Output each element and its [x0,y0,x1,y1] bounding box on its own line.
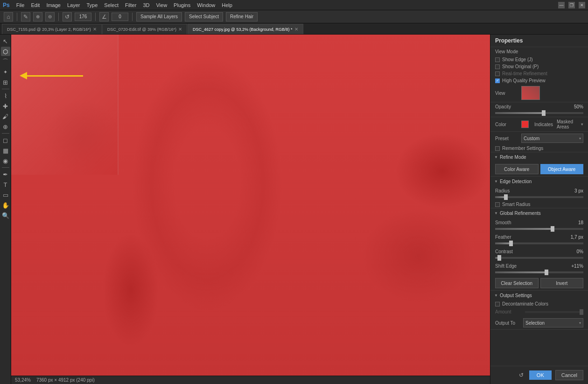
preset-dropdown[interactable]: Custom ▾ [521,134,583,143]
text-tool[interactable]: T [1,180,10,189]
color-swatch[interactable] [521,121,529,128]
refine-hair-button[interactable]: Refine Hair [226,12,258,21]
global-refinements-title[interactable]: ▼ Global Refinements [490,208,588,218]
canvas-area[interactable]: 53,24% 7360 px × 4912 px (240 ppi) [11,35,490,384]
brush-tool[interactable]: 🖌 [1,112,10,121]
smooth-thumb[interactable] [551,226,554,232]
decontaminate-row: Decontaminate Colors [490,300,588,307]
view-preview-thumbnail[interactable] [521,86,540,100]
ps-logo[interactable]: Ps [3,2,10,8]
tool-home-icon[interactable]: ⌂ [4,12,13,21]
tab-2[interactable]: DSC_4627 copy.jpg @ 53,2% (Background, R… [188,24,303,34]
feather-thumb[interactable] [509,241,513,246]
magic-wand-tool[interactable]: ✦ [1,67,10,77]
feather-slider[interactable] [495,242,583,244]
hand-tool[interactable]: ✋ [1,200,10,210]
rotation-input[interactable]: 176 [75,13,91,21]
show-edge-checkbox[interactable] [495,57,500,62]
radius-thumb[interactable] [504,194,508,200]
decontaminate-checkbox[interactable] [495,302,500,306]
reset-button[interactable]: ↺ [517,371,525,379]
gradient-tool[interactable]: ▦ [1,146,10,155]
menu-edit[interactable]: Edit [31,2,40,8]
output-settings-title[interactable]: ▼ Output Settings [490,291,588,300]
angle-input[interactable]: 0 [112,13,128,21]
eraser-tool[interactable]: ◻ [1,135,10,145]
healing-tool[interactable]: ✚ [1,101,10,111]
opacity-thumb[interactable] [542,110,546,116]
stamp-tool[interactable]: ⊕ [1,122,10,131]
opacity-slider[interactable] [495,112,583,114]
menu-window[interactable]: Window [197,2,215,8]
object-aware-button[interactable]: Object Aware [540,164,584,174]
smooth-slider[interactable] [495,228,583,230]
tab-2-label: DSC_4627 copy.jpg @ 53,2% (Background, R… [193,27,293,32]
angle-icon[interactable]: ∠ [99,12,109,21]
menu-file[interactable]: File [16,2,25,8]
minimize-button[interactable]: — [558,2,565,8]
preset-label: Preset [495,136,518,141]
person-area [109,49,305,371]
blur-tool[interactable]: ◉ [1,156,10,165]
tab-1[interactable]: DSC_0720-Edit.tif @ 39% (RGB/16*) ✕ [102,24,187,34]
restore-button[interactable]: ❐ [568,2,575,8]
view-mode-section: View Mode Show Edge (J) Show Original (P… [490,47,588,102]
refine-mode-title[interactable]: ▼ Refine Mode [490,152,588,162]
tab-1-close[interactable]: ✕ [178,27,182,32]
select-subject-button[interactable]: Select Subject [185,12,223,21]
zoom-tool[interactable]: 🔍 [1,211,10,220]
selection-tool[interactable]: ⬡ [1,47,10,56]
tool-sep1 [2,89,9,89]
contrast-thumb[interactable] [497,255,501,261]
shift-edge-slider[interactable] [495,271,583,273]
edge-detection-label: Edge Detection [500,179,532,184]
output-settings-arrow: ▼ [494,293,498,298]
menu-type[interactable]: Type [87,2,98,8]
menu-filter[interactable]: Filter [125,2,136,8]
ok-button[interactable]: OK [529,370,552,380]
menu-help[interactable]: Help [222,2,232,8]
eyedropper-tool[interactable]: ⌇ [1,91,10,100]
cancel-button[interactable]: Cancel [555,370,583,380]
output-to-dropdown[interactable]: Selection ▾ [523,318,583,327]
tool-minus-icon[interactable]: ⊖ [45,12,55,21]
clear-selection-button[interactable]: Clear Selection [495,278,539,288]
tab-2-close[interactable]: ✕ [294,27,298,32]
crop-tool[interactable]: ⊞ [1,78,10,87]
remember-checkbox[interactable] [495,146,500,151]
shift-edge-slider-row [490,270,588,276]
pen-tool[interactable]: ✒ [1,170,10,179]
rotation-icon[interactable]: ↺ [63,12,72,21]
tool-plus-icon[interactable]: ⊕ [33,12,42,21]
edge-detection-title[interactable]: ▼ Edge Detection [490,177,588,186]
opacity-value: 50% [574,104,583,109]
output-settings-section: ▼ Output Settings Decontaminate Colors A… [490,291,588,330]
sample-all-layers-button[interactable]: Sample All Layers [136,12,182,21]
color-aware-button[interactable]: Color Aware [495,164,539,174]
menu-3d[interactable]: 3D [143,2,149,8]
tab-0-close[interactable]: ✕ [93,27,97,32]
close-button[interactable]: ✕ [579,2,585,8]
menu-layer[interactable]: Layer [67,2,80,8]
lasso-tool[interactable]: ⌒ [1,57,10,66]
radius-slider-row [490,195,588,201]
tab-1-label: DSC_0720-Edit.tif @ 39% (RGB/16*) [107,27,176,32]
radius-slider[interactable] [495,196,583,198]
opacity-section: Opacity 50% [490,102,588,117]
tab-0[interactable]: DSC_7155.psd @ 20,3% (Layer 2, RGB/16*) … [2,24,102,34]
realtime-checkbox[interactable] [495,71,500,76]
move-tool[interactable]: ↖ [1,36,10,46]
shift-edge-thumb[interactable] [545,270,548,275]
invert-button[interactable]: Invert [540,278,584,288]
menu-image[interactable]: Image [46,2,61,8]
menu-select[interactable]: Select [104,2,119,8]
smart-radius-checkbox[interactable] [495,202,500,207]
show-original-checkbox[interactable] [495,64,500,69]
menu-plugins[interactable]: Plugins [174,2,190,8]
tool-brush-icon[interactable]: ✎ [21,12,30,21]
menu-view[interactable]: View [156,2,167,8]
shape-tool[interactable]: ▭ [1,190,10,199]
contrast-slider[interactable] [495,257,583,259]
masked-areas-dropdown-arrow[interactable]: ▾ [581,122,583,127]
high-quality-checkbox[interactable] [495,78,500,83]
